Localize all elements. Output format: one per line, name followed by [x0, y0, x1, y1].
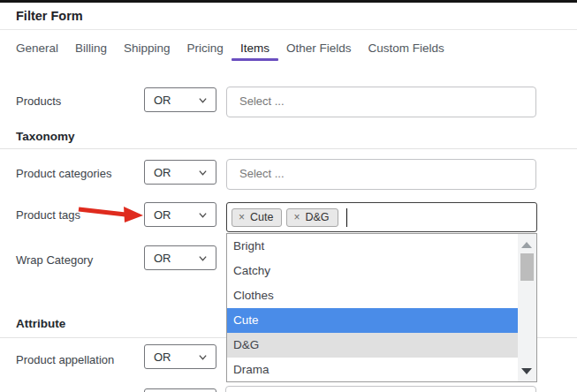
tag-chip-dg[interactable]: × D&G: [286, 208, 338, 227]
products-label: Products: [16, 94, 61, 108]
tab-items[interactable]: Items: [240, 41, 270, 56]
dropdown-scrollbar[interactable]: [518, 234, 536, 381]
tag-chip-label: D&G: [305, 211, 329, 223]
chevron-down-icon: [198, 253, 208, 263]
dropdown-option-catchy[interactable]: Catchy: [227, 259, 518, 283]
product-tags-label: Product tags: [16, 208, 80, 222]
scrollbar-thumb[interactable]: [520, 253, 534, 281]
next-row-multiselect-input[interactable]: [225, 386, 536, 392]
operator-value: OR: [154, 166, 171, 179]
product-tags-multiselect-input[interactable]: × Cute × D&G: [226, 202, 537, 232]
page-title: Filter Form: [16, 9, 83, 23]
product-categories-operator-select[interactable]: OR: [144, 160, 216, 185]
filter-form-window: Filter Form General Billing Shipping Pri…: [0, 0, 577, 392]
taxonomy-divider: [0, 148, 577, 149]
header-divider: [0, 29, 577, 30]
chevron-down-icon: [198, 210, 208, 220]
products-placeholder: Select ...: [227, 87, 535, 108]
annotation-arrow-icon: [76, 203, 145, 224]
tag-chip-cute[interactable]: × Cute: [232, 208, 282, 227]
scrollbar-down-icon[interactable]: [521, 368, 532, 374]
remove-tag-icon[interactable]: ×: [293, 211, 300, 223]
products-operator-select[interactable]: OR: [144, 87, 216, 112]
window-top-edge: [0, 0, 577, 3]
wrap-category-label: Wrap Category: [16, 253, 93, 267]
product-appellation-operator-select[interactable]: OR: [144, 344, 216, 369]
operator-value: OR: [154, 252, 171, 265]
dropdown-option-drama[interactable]: Drama: [227, 358, 518, 382]
next-row-operator-select[interactable]: [144, 388, 216, 392]
products-multiselect-input[interactable]: Select ...: [226, 87, 536, 117]
attribute-section-title: Attribute: [16, 317, 65, 330]
remove-tag-icon[interactable]: ×: [239, 211, 245, 223]
product-categories-label: Product categories: [16, 167, 111, 180]
product-categories-multiselect-input[interactable]: Select ...: [226, 159, 536, 190]
dropdown-option-bright[interactable]: Bright: [227, 234, 518, 259]
product-categories-placeholder: Select ...: [227, 160, 535, 180]
dropdown-option-dg[interactable]: D&G: [227, 333, 518, 358]
tab-general[interactable]: General: [16, 41, 58, 56]
tab-shipping[interactable]: Shipping: [124, 41, 171, 56]
tab-custom-fields[interactable]: Custom Fields: [368, 41, 444, 56]
product-appellation-label: Product appellation: [16, 353, 114, 366]
tab-other-fields[interactable]: Other Fields: [286, 41, 352, 56]
operator-value: OR: [154, 94, 171, 107]
operator-value: OR: [154, 351, 171, 364]
dropdown-option-clothes[interactable]: Clothes: [227, 283, 518, 308]
tab-billing[interactable]: Billing: [75, 41, 107, 56]
tags-dropdown-list: Bright Catchy Clothes Cute D&G Drama: [226, 233, 537, 382]
text-cursor: [346, 208, 348, 227]
tag-chip-label: Cute: [250, 211, 273, 223]
operator-value: OR: [154, 208, 171, 222]
scrollbar-up-icon[interactable]: [521, 242, 532, 248]
tab-pricing[interactable]: Pricing: [187, 41, 224, 56]
chevron-down-icon: [198, 95, 208, 105]
taxonomy-section-title: Taxonomy: [16, 130, 75, 143]
chevron-down-icon: [198, 168, 208, 177]
product-tags-operator-select[interactable]: OR: [144, 202, 216, 227]
wrap-category-operator-select[interactable]: OR: [144, 245, 216, 270]
dropdown-option-cute[interactable]: Cute: [227, 308, 518, 333]
chevron-down-icon: [198, 352, 208, 362]
tab-bar: General Billing Shipping Pricing Items O…: [16, 41, 444, 56]
